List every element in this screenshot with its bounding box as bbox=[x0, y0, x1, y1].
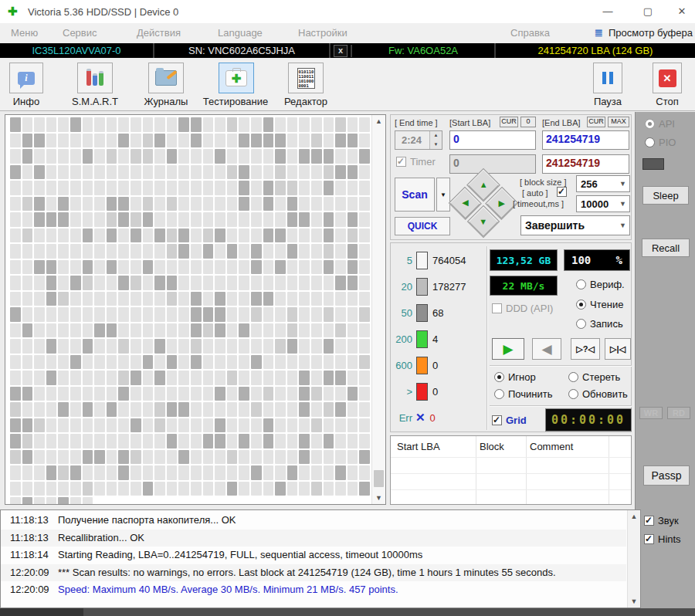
smart-button[interactable] bbox=[77, 63, 113, 93]
action-repair-radio[interactable]: Починить bbox=[494, 388, 553, 400]
end-time-spinner[interactable]: 2:24 ▲▼ bbox=[395, 130, 442, 150]
scroll-up-icon[interactable]: ▲ bbox=[628, 510, 640, 523]
timeout-combo[interactable]: 10000 ▼ bbox=[576, 195, 630, 212]
action-ignore-radio[interactable]: Игнор bbox=[494, 371, 536, 383]
map-block-cell bbox=[118, 418, 129, 433]
hints-checkbox-row[interactable]: Hints bbox=[644, 533, 681, 545]
end-lba-max-button[interactable]: MAX bbox=[608, 117, 629, 127]
rd-button[interactable]: RD bbox=[667, 407, 690, 419]
editor-button[interactable]: 010110 110011 101000 0001 bbox=[288, 63, 324, 93]
scroll-up-icon[interactable]: ▲ bbox=[372, 115, 385, 127]
map-block-cell bbox=[299, 450, 310, 465]
log-entry[interactable]: 11:18:13Получение паспорта накопителя...… bbox=[1, 512, 626, 530]
api-radio[interactable]: API bbox=[645, 118, 675, 130]
log-entry[interactable]: 12:20:09*** Scan results: no warnings, n… bbox=[1, 564, 626, 582]
grid-checkbox-row[interactable]: Grid bbox=[492, 415, 527, 426]
start-lba-zero-button[interactable]: 0 bbox=[520, 117, 536, 127]
mode-verify-radio[interactable]: Вериф. bbox=[576, 279, 625, 290]
map-block-cell bbox=[83, 292, 93, 306]
end-lba-cur-button[interactable]: CUR bbox=[587, 117, 605, 127]
menu-item-help[interactable]: Справка bbox=[510, 27, 550, 39]
grid-label: Grid bbox=[506, 415, 527, 426]
surface-scan-block-map: ▲ ▼ bbox=[5, 114, 386, 505]
map-block-cell bbox=[118, 197, 129, 212]
finish-action-combo[interactable]: Завершить ▼ bbox=[520, 215, 630, 235]
progress-percent-value: 100 bbox=[571, 254, 591, 266]
sound-checkbox-row[interactable]: Звук bbox=[644, 515, 679, 526]
timer-checkbox-row[interactable]: Timer bbox=[396, 156, 436, 168]
scroll-down-icon[interactable]: ▼ bbox=[628, 595, 640, 608]
menu-item-settings[interactable]: Настройки bbox=[298, 27, 348, 39]
scrollbar-thumb[interactable] bbox=[374, 470, 384, 487]
journals-button[interactable] bbox=[148, 63, 184, 93]
info-button[interactable]: i bbox=[9, 63, 43, 93]
end-lba-input-2[interactable]: 241254719 bbox=[542, 154, 629, 174]
spin-up-icon[interactable]: ▲ bbox=[430, 131, 442, 140]
mode-write-radio[interactable]: Запись bbox=[576, 318, 623, 330]
block-size-combo[interactable]: 256 ▼ bbox=[576, 175, 630, 192]
quick-button[interactable]: QUICK bbox=[395, 217, 450, 235]
menu-item-service[interactable]: Сервис bbox=[63, 27, 97, 39]
passport-button[interactable]: Passp bbox=[643, 465, 690, 486]
log-scrollbar[interactable]: ▲ ▼ bbox=[627, 510, 640, 608]
stop-button[interactable]: ✕ bbox=[653, 63, 682, 93]
map-block-cell bbox=[46, 323, 57, 338]
action-refresh-radio[interactable]: Обновить bbox=[568, 388, 628, 400]
map-block-cell bbox=[178, 292, 189, 306]
action-erase-radio[interactable]: Стереть bbox=[568, 371, 620, 383]
stat-label: 50 bbox=[394, 307, 412, 319]
map-block-cell bbox=[167, 292, 178, 306]
close-button[interactable]: ✕ bbox=[669, 0, 695, 23]
minimize-button[interactable]: — bbox=[595, 0, 621, 23]
ddd-api-checkbox[interactable] bbox=[492, 303, 502, 313]
log-entry[interactable]: 11:18:13Recallibration... OK bbox=[1, 530, 626, 547]
start-lba-cur-button[interactable]: CUR bbox=[500, 117, 518, 127]
ddd-api-checkbox-row[interactable]: DDD (API) bbox=[492, 303, 553, 314]
map-block-cell bbox=[251, 465, 262, 480]
pio-radio[interactable]: PIO bbox=[645, 137, 676, 148]
spin-down-icon[interactable]: ▼ bbox=[430, 140, 442, 150]
hints-checkbox[interactable] bbox=[644, 534, 654, 544]
seek-end-button[interactable]: ▷|◁ bbox=[605, 338, 631, 360]
device-bar-close[interactable]: x bbox=[331, 45, 352, 57]
map-block-cell bbox=[83, 212, 93, 227]
skip-question-button[interactable]: ▷?◁ bbox=[571, 338, 600, 360]
auto-checkbox[interactable] bbox=[557, 187, 567, 197]
sound-checkbox[interactable] bbox=[644, 516, 654, 526]
log-entry[interactable]: 11:18:14Starting Reading, LBA=0..2412547… bbox=[1, 547, 626, 564]
map-block-cell bbox=[263, 371, 274, 385]
mode-read-radio[interactable]: Чтение bbox=[576, 299, 623, 310]
map-block-cell bbox=[239, 260, 249, 275]
timer-checkbox[interactable] bbox=[396, 157, 406, 167]
step-back-button[interactable]: ◀ bbox=[532, 338, 561, 360]
map-block-cell bbox=[70, 149, 81, 164]
sleep-button[interactable]: Sleep bbox=[642, 186, 689, 205]
log-entry[interactable]: 12:20:09Speed: Maximum 40 MB/s. Average … bbox=[1, 581, 626, 599]
map-block-cell bbox=[287, 323, 298, 338]
device-model[interactable]: IC35L120AVVA07-0 bbox=[0, 43, 154, 58]
map-block-cell bbox=[227, 465, 238, 480]
map-block-cell bbox=[287, 339, 298, 354]
block-map-scrollbar[interactable]: ▲ ▼ bbox=[371, 115, 385, 504]
spinner-arrows[interactable]: ▲▼ bbox=[429, 131, 442, 149]
map-block-cell bbox=[34, 402, 45, 417]
scroll-down-icon[interactable]: ▼ bbox=[372, 492, 385, 504]
menu-item-actions[interactable]: Действия bbox=[137, 27, 181, 39]
end-lba-input[interactable]: 241254719 bbox=[542, 130, 629, 150]
info-icon: i bbox=[18, 72, 35, 85]
testing-button[interactable]: ✚ bbox=[219, 63, 254, 93]
scan-dropdown-button[interactable]: ▼ bbox=[436, 178, 450, 212]
pause-button[interactable] bbox=[593, 63, 622, 93]
wr-button[interactable]: WR bbox=[639, 407, 663, 419]
menu-item-language[interactable]: Language bbox=[218, 27, 263, 39]
menu-item-menu[interactable]: Меню bbox=[11, 27, 38, 39]
scan-button[interactable]: Scan bbox=[395, 178, 435, 212]
recall-button[interactable]: Recall bbox=[642, 239, 690, 257]
play-button[interactable]: ▶ bbox=[492, 338, 524, 360]
map-block-cell bbox=[191, 355, 202, 370]
buffer-view-button[interactable]: Просмотр буфера bbox=[609, 27, 693, 39]
maximize-button[interactable]: ▢ bbox=[635, 0, 661, 23]
start-lba-input[interactable]: 0 bbox=[449, 130, 536, 150]
grid-checkbox[interactable] bbox=[492, 415, 502, 425]
map-block-cell bbox=[83, 355, 93, 370]
